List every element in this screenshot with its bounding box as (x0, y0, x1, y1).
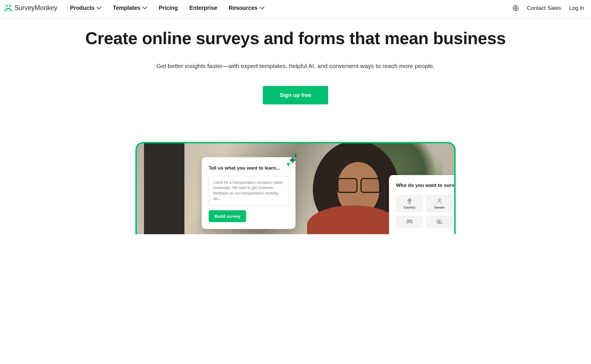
audience-card: Who do you want to surve Country Gender (389, 175, 455, 234)
globe-icon[interactable] (513, 5, 519, 11)
nav-label: Pricing (159, 5, 178, 11)
svg-rect-8 (437, 220, 442, 223)
top-nav: SurveyMonkey Products Templates Pricing … (0, 0, 591, 18)
tile-group[interactable] (396, 215, 423, 228)
person-icon (436, 198, 443, 204)
hero-headline: Create online surveys and forms that mea… (7, 29, 584, 48)
svg-point-7 (409, 220, 410, 222)
chevron-down-icon (260, 7, 264, 10)
nav-label: Products (70, 5, 95, 11)
tile-country[interactable]: Country (396, 195, 423, 213)
signup-free-button[interactable]: Sign up free (263, 86, 328, 104)
build-survey-button[interactable]: Build survey (209, 210, 246, 222)
svg-point-1 (9, 5, 11, 7)
nav-item-enterprise[interactable]: Enterprise (189, 5, 217, 11)
group-icon (406, 218, 413, 225)
svg-point-6 (410, 220, 412, 221)
svg-point-5 (407, 220, 408, 221)
bg-shape (144, 143, 184, 234)
tile-label: Gender (434, 206, 445, 209)
nav-label: Templates (113, 5, 140, 11)
logo[interactable]: SurveyMonkey (4, 4, 57, 12)
svg-point-9 (438, 221, 440, 222)
nav-left: SurveyMonkey Products Templates Pricing … (4, 4, 264, 12)
svg-point-0 (6, 5, 8, 7)
nav-right: Contact Sales Log in (513, 5, 584, 11)
contact-sales-link[interactable]: Contact Sales (527, 5, 561, 11)
nav-label: Enterprise (189, 5, 217, 11)
tile-income[interactable] (426, 215, 453, 228)
hero-subhead: Get better insights faster—with expert t… (154, 61, 437, 72)
nav-item-resources[interactable]: Resources (229, 5, 265, 11)
hero: Create online surveys and forms that mea… (0, 18, 591, 104)
ai-prompt-textarea[interactable]: I work for a transportation company call… (209, 176, 289, 206)
chevron-down-icon (97, 7, 101, 10)
ai-prompt-title: Tell us what you want to learn... (209, 165, 289, 171)
ai-prompt-card: Tell us what you want to learn... I work… (202, 157, 296, 229)
hero-illustration-wrapper: Tell us what you want to learn... I work… (0, 142, 591, 234)
nav-label: Resources (229, 5, 258, 11)
nav-item-products[interactable]: Products (70, 5, 102, 11)
audience-grid: Country Gender (396, 195, 451, 228)
chevron-down-icon (143, 7, 147, 10)
globe-stand-icon (406, 198, 413, 204)
svg-point-4 (439, 199, 440, 200)
monkey-icon (4, 4, 13, 12)
money-icon (436, 218, 443, 225)
primary-nav: Products Templates Pricing Enterprise Re… (70, 5, 265, 11)
login-link[interactable]: Log in (569, 5, 584, 11)
tile-gender[interactable]: Gender (426, 195, 453, 213)
tile-label: Country (404, 206, 415, 209)
nav-item-pricing[interactable]: Pricing (159, 5, 178, 11)
logo-text: SurveyMonkey (14, 4, 57, 12)
sparkle-icon (284, 153, 300, 169)
audience-title: Who do you want to surve (396, 183, 451, 188)
nav-item-templates[interactable]: Templates (113, 5, 147, 11)
hero-illustration: Tell us what you want to learn... I work… (135, 142, 456, 234)
